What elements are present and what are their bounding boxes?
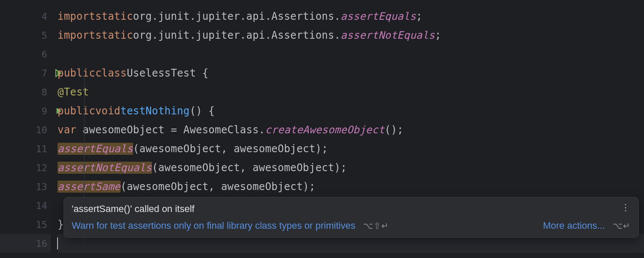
more-actions-link[interactable]: More actions... [543, 220, 605, 231]
shortcut-label: ⌥↵ [613, 221, 631, 231]
svg-point-1 [625, 207, 626, 208]
code-line-10[interactable]: var awesomeObject = AwesomeClass.createA… [58, 120, 644, 139]
quickfix-link[interactable]: Warn for test assertions only on final l… [72, 220, 355, 231]
gutter: 4 5 6 7 8 9 10 11 12 13 14 15 16 [0, 0, 51, 258]
code-line-9[interactable]: public void testNothing() { [58, 101, 644, 120]
line-number: 10 [30, 125, 47, 135]
code-line-4[interactable]: import static org.junit.jupiter.api.Asse… [58, 7, 644, 26]
line-number: 6 [30, 49, 47, 60]
line-number: 13 [30, 181, 47, 192]
line-number: 8 [30, 87, 47, 98]
kebab-menu-icon[interactable] [620, 202, 631, 216]
svg-point-0 [625, 204, 626, 205]
text-cursor [57, 237, 58, 249]
inspection-tooltip: 'assertSame()' called on itself Warn for… [64, 197, 639, 238]
svg-point-2 [625, 210, 626, 211]
line-number: 15 [30, 219, 47, 230]
code-line-8[interactable]: @Test [58, 83, 644, 101]
code-line-7[interactable]: public class UselessTest { [58, 64, 644, 83]
shortcut-label: ⌥⇧↵ [363, 221, 389, 231]
line-number: 4 [30, 11, 47, 22]
code-line-11[interactable]: assertEquals(awesomeObject, awesomeObjec… [58, 139, 644, 158]
line-number: 14 [30, 200, 47, 211]
code-line-12[interactable]: assertNotEquals(awesomeObject, awesomeOb… [58, 158, 644, 177]
line-number: 5 [30, 30, 47, 41]
warning-span: assertSame [58, 181, 121, 193]
line-number: 11 [30, 144, 47, 154]
line-number: 9 [30, 106, 47, 117]
code-line-13[interactable]: assertSame(awesomeObject, awesomeObject)… [58, 177, 644, 196]
code-editor[interactable]: 4 5 6 7 8 9 10 11 12 13 14 15 16 import … [0, 0, 644, 258]
code-line-6[interactable] [58, 45, 644, 64]
code-line-5[interactable]: import static org.junit.jupiter.api.Asse… [58, 26, 644, 45]
warning-span: assertNotEquals [58, 162, 152, 174]
line-number: 16 [30, 238, 47, 249]
tooltip-title: 'assertSame()' called on itself [72, 203, 194, 215]
line-number: 7 [30, 68, 47, 79]
warning-span: assertEquals [58, 143, 133, 155]
line-number: 12 [30, 163, 47, 173]
